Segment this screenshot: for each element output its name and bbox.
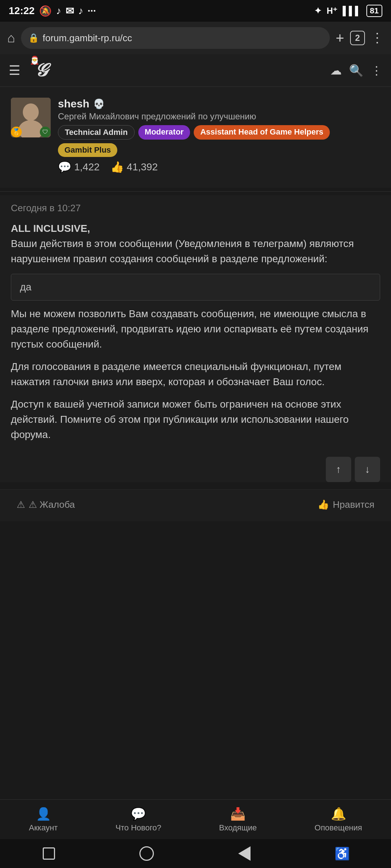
- post-content: Сегодня в 10:27 ALL INCLUSIVE, Ваши дейс…: [0, 195, 391, 457]
- inbox-label: Входящие: [219, 823, 257, 833]
- replies-count: 1,422: [74, 161, 100, 173]
- badge-technical-admin: Technical Admin: [58, 125, 135, 140]
- like-label: Нравится: [333, 499, 374, 510]
- post-paragraph-2: Мы не можем позволить Вам создавать сооб…: [11, 306, 380, 352]
- tiktok-icon: ♪: [56, 5, 61, 17]
- mail-icon: ✉: [66, 5, 74, 17]
- sys-nav-back-button[interactable]: [235, 844, 253, 863]
- medal-badge: 🥇: [11, 127, 22, 137]
- complain-button[interactable]: ⚠ ⚠ Жалоба: [11, 495, 81, 514]
- replies-stat: 💬 1,422: [58, 161, 100, 173]
- quote-text: да: [20, 281, 31, 293]
- divider: [0, 191, 391, 192]
- warning-icon: ⚠: [17, 499, 25, 510]
- inbox-icon: 📥: [230, 807, 245, 821]
- nav-arrows: ↑ ↓: [0, 457, 391, 482]
- badge-moderator: Moderator: [138, 125, 190, 140]
- search-icon-button[interactable]: 🔍: [349, 64, 363, 77]
- avatar-container: 🥇 🛡: [11, 98, 51, 137]
- nav-account-button[interactable]: 👤 Аккаунт: [29, 807, 58, 833]
- post-actions-row: ⚠ ⚠ Жалоба 👍 Нравится: [0, 489, 391, 521]
- post-timestamp: Сегодня в 10:27: [11, 203, 380, 214]
- forum-header-left: ☰ 🎅 𝒢: [9, 58, 53, 83]
- circle-icon: [139, 846, 154, 861]
- badge-gambit-plus: Gambit Plus: [58, 143, 117, 157]
- nav-inbox-button[interactable]: 📥 Входящие: [219, 807, 257, 833]
- likes-stat: 👍 41,392: [110, 161, 158, 173]
- triangle-icon: [238, 846, 251, 861]
- post-paragraph-4: Доступ к вашей учетной записи может быть…: [11, 397, 380, 442]
- whats-new-label: Что Нового?: [115, 823, 161, 833]
- forum-header-right: ☁ 🔍 ⋮: [330, 64, 382, 77]
- account-label: Аккаунт: [29, 823, 58, 833]
- complain-label: ⚠ Жалоба: [29, 499, 75, 510]
- skull-icon: 💀: [93, 98, 105, 110]
- logo-hat-icon: 🎅: [30, 56, 39, 65]
- lock-icon: 🔒: [28, 33, 39, 43]
- browser-tab-count[interactable]: 2: [350, 31, 365, 45]
- like-button[interactable]: 👍 Нравится: [312, 495, 380, 514]
- user-details: shesh 💀 Сергей Михайлович предложений по…: [58, 98, 380, 173]
- username-row: shesh 💀: [58, 98, 380, 110]
- nav-notifications-button[interactable]: 🔔 Оповещения: [315, 807, 362, 833]
- hamburger-menu-button[interactable]: ☰: [9, 63, 20, 78]
- status-left: 12:22 🔕 ♪ ✉ ♪ ···: [9, 5, 96, 17]
- shield-badge: 🛡: [40, 127, 51, 137]
- browser-url-bar[interactable]: 🔒 forum.gambit-rp.ru/cc: [21, 27, 330, 49]
- likes-icon: 👍: [110, 161, 124, 173]
- quote-block: да: [11, 274, 380, 301]
- stats-row: 💬 1,422 👍 41,392: [58, 161, 380, 173]
- badges-row: Technical Admin Moderator Assistant Head…: [58, 125, 380, 157]
- account-icon: 👤: [36, 807, 51, 821]
- forum-logo: 🎅 𝒢: [28, 58, 53, 83]
- status-right: ✦ H⁺ ▌▌▌ 81: [314, 5, 382, 17]
- mute-icon: 🔕: [39, 5, 52, 17]
- browser-home-button[interactable]: ⌂: [7, 30, 15, 46]
- browser-menu-button[interactable]: ⋮: [371, 30, 384, 46]
- post-paragraph-3: Для голосования в разделе имеется специа…: [11, 359, 380, 390]
- bottom-nav: 👤 Аккаунт 💬 Что Нового? 📥 Входящие 🔔 Опо…: [0, 799, 391, 839]
- post-container: 🥇 🛡 shesh 💀 Сергей Михайлович предложени…: [0, 87, 391, 188]
- whats-new-icon: 💬: [131, 807, 146, 821]
- overflow-menu-button[interactable]: ⋮: [371, 64, 382, 77]
- badge-assistant-head: Assistant Head of Game Helpers: [194, 125, 330, 140]
- sys-nav-home-button[interactable]: [138, 844, 156, 863]
- username: shesh: [58, 98, 89, 110]
- signal-icon: ▌▌▌: [343, 6, 361, 16]
- accessibility-icon: ♿: [335, 846, 350, 861]
- network-icon: H⁺: [327, 6, 337, 16]
- notifications-icon: 🔔: [331, 807, 346, 821]
- like-icon: 👍: [318, 499, 329, 510]
- bluetooth-icon: ✦: [314, 6, 321, 16]
- cloud-icon-button[interactable]: ☁: [330, 64, 342, 77]
- battery-badge: 81: [366, 5, 382, 17]
- user-info: 🥇 🛡 shesh 💀 Сергей Михайлович предложени…: [11, 98, 380, 173]
- status-bar: 12:22 🔕 ♪ ✉ ♪ ··· ✦ H⁺ ▌▌▌ 81: [0, 0, 391, 22]
- browser-add-tab-button[interactable]: +: [336, 30, 344, 46]
- post-paragraph-1: ALL INCLUSIVE, Ваши действия в этом сооб…: [11, 221, 380, 267]
- forum-header: ☰ 🎅 𝒢 ☁ 🔍 ⋮: [0, 54, 391, 87]
- dots-icon: ···: [88, 5, 96, 17]
- scroll-down-button[interactable]: ↓: [355, 457, 380, 482]
- tiktok2-icon: ♪: [78, 5, 83, 17]
- url-text: forum.gambit-rp.ru/cc: [43, 33, 132, 44]
- user-subtitle: Сергей Михайлович предложений по улучшен…: [58, 111, 380, 122]
- replies-icon: 💬: [58, 161, 71, 173]
- notifications-label: Оповещения: [315, 823, 362, 833]
- system-nav: ♿: [0, 839, 391, 868]
- time: 12:22: [9, 5, 35, 17]
- sys-nav-square-button[interactable]: [40, 844, 58, 863]
- scroll-up-button[interactable]: ↑: [326, 457, 351, 482]
- square-icon: [43, 847, 55, 860]
- nav-whats-new-button[interactable]: 💬 Что Нового?: [115, 807, 161, 833]
- browser-bar: ⌂ 🔒 forum.gambit-rp.ru/cc + 2 ⋮: [0, 22, 391, 54]
- likes-count: 41,392: [127, 161, 158, 173]
- sys-nav-accessibility-button[interactable]: ♿: [333, 844, 351, 863]
